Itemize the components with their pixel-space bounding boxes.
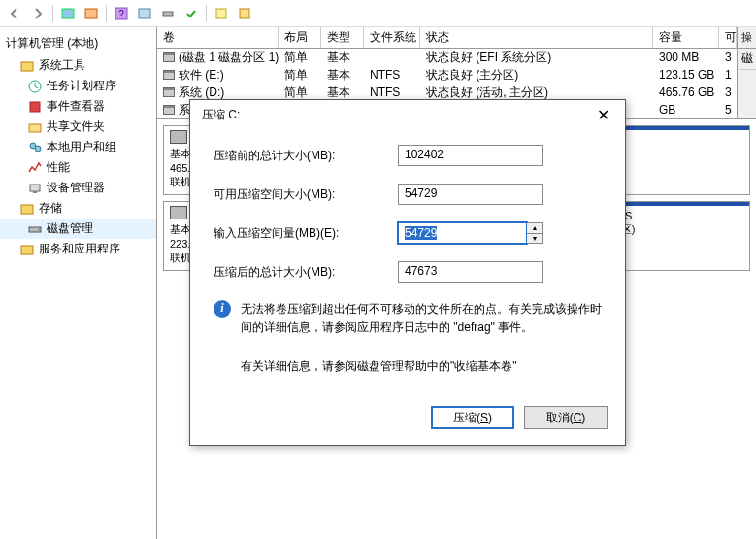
volume-icon [163,105,175,115]
label: 服务和应用程序 [39,241,120,257]
vol-type: 基本 [321,67,364,84]
svg-rect-14 [30,185,40,191]
label: 系统工具 [39,57,85,74]
tb-btn-5[interactable] [181,3,202,24]
vol-fs: NTFS [364,68,420,82]
tb-btn-4[interactable] [157,3,179,24]
vol-layout: 简单 [279,67,321,84]
tree-event-viewer[interactable]: 事件查看器 [0,96,156,117]
tb-fwd[interactable] [27,3,49,24]
shrink-amount-input[interactable] [398,222,527,244]
vol-name: (磁盘 1 磁盘分区 1) [179,50,279,66]
tree-task-scheduler[interactable]: 任务计划程序 [0,76,156,96]
svg-rect-15 [33,191,37,193]
col-layout[interactable]: 布局 [279,27,321,48]
tb-btn-1[interactable] [57,3,79,24]
vol-cap: 465.76 GB [653,85,719,99]
value-available: 54729 [398,184,543,205]
info-text: 无法将卷压缩到超出任何不可移动的文件所在的点。有关完成该操作时间的详细信息，请参… [241,300,602,337]
tree-disk-mgmt[interactable]: 磁盘管理 [0,219,156,239]
shrink-dialog: 压缩 C: ✕ 压缩前的总计大小(MB): 102402 可用压缩空间大小(MB… [189,99,626,446]
tree-system-tools[interactable]: 系统工具 [0,55,156,76]
tree-services[interactable]: 服务和应用程序 [0,239,156,259]
vol-cap: 300 MB [653,51,719,64]
volume-icon [163,87,175,97]
svg-rect-11 [29,124,41,132]
cancel-button[interactable]: 取消(C) [524,406,608,429]
vol-free: 1 [719,68,737,82]
vol-free: 3 [719,51,737,64]
tree-local-users[interactable]: 本地用户和组 [0,137,156,157]
toolbar: ? [0,0,756,27]
label-before: 压缩前的总计大小(MB): [214,148,398,164]
label-available: 可用压缩空间大小(MB): [214,186,398,203]
vol-fs: NTFS [364,85,420,99]
tb-btn-6[interactable] [211,3,232,24]
value-before: 102402 [398,145,543,166]
label: 共享文件夹 [47,118,105,135]
label: 任务计划程序 [47,78,116,94]
label: 事件查看器 [47,98,105,115]
col-filesystem[interactable]: 文件系统 [364,27,420,48]
vol-free: 5 [719,103,737,117]
tree-storage[interactable]: 存储 [0,198,156,219]
tb-btn-7[interactable] [234,3,255,24]
col-capacity[interactable]: 容量 [653,27,719,48]
svg-rect-6 [216,9,226,18]
spin-down[interactable]: ▼ [527,234,542,244]
svg-point-13 [35,146,41,152]
col-status[interactable]: 状态 [420,27,653,48]
value-after: 47673 [398,261,543,283]
col-volume[interactable]: 卷 [157,27,279,48]
vol-name: 系统 (D:) [179,84,224,101]
tb-btn-2[interactable] [81,3,102,24]
dialog-title: 压缩 C: [202,107,240,123]
svg-rect-5 [163,12,173,16]
vol-type: 基本 [321,84,364,101]
label: 本地用户和组 [47,139,116,155]
tb-back[interactable] [4,3,25,24]
actions-header: 操 [738,27,756,49]
label: 存储 [39,200,62,217]
actions-item[interactable]: 磁 [738,49,756,70]
volume-row[interactable]: 软件 (E:)简单基本NTFS状态良好 (主分区)123.15 GB1 [157,66,737,84]
help-link-text: 有关详细信息，请参阅磁盘管理帮助中的"收缩基本卷" [214,358,602,375]
volume-list-header: 卷 布局 类型 文件系统 状态 容量 可 [157,27,737,49]
shrink-button[interactable]: 压缩(S) [431,406,514,429]
label-enter: 输入压缩空间量(MB)(E): [214,225,398,242]
actions-pane: 操 磁 [737,27,756,118]
label: 设备管理器 [47,180,105,196]
svg-rect-19 [21,246,33,254]
volume-row[interactable]: (磁盘 1 磁盘分区 1)简单基本状态良好 (EFI 系统分区)300 MB3 [157,49,737,66]
vol-status: 状态良好 (活动, 主分区) [420,84,653,101]
close-button[interactable]: ✕ [588,103,617,126]
svg-rect-1 [85,9,97,18]
tb-help[interactable]: ? [111,3,132,24]
info-icon: i [214,300,231,318]
tree-shared-folders[interactable]: 共享文件夹 [0,117,156,137]
nav-tree: 计算机管理 (本地) 系统工具 任务计划程序 事件查看器 共享文件夹 本地用户和… [0,27,157,539]
tree-root[interactable]: 计算机管理 (本地) [0,31,156,55]
svg-rect-7 [240,9,249,18]
col-type[interactable]: 类型 [321,27,364,48]
tree-performance[interactable]: 性能 [0,157,156,178]
vol-status: 状态良好 (EFI 系统分区) [420,50,653,66]
dialog-titlebar: 压缩 C: ✕ [190,100,625,129]
volume-icon [163,52,175,62]
tb-btn-3[interactable] [134,3,155,24]
svg-rect-10 [30,102,40,112]
vol-cap: GB [653,103,719,117]
svg-text:?: ? [118,9,124,19]
col-free[interactable]: 可 [719,27,737,48]
vol-free: 3 [719,85,737,99]
vol-name: 软件 (E:) [179,67,224,84]
tree-device-mgr[interactable]: 设备管理器 [0,178,156,198]
svg-rect-16 [21,205,33,214]
vol-status: 状态良好 (主分区) [420,67,653,84]
spin-up[interactable]: ▲ [527,223,542,234]
vol-layout: 简单 [279,84,321,101]
vol-type: 基本 [321,50,364,66]
svg-rect-4 [139,9,150,18]
vol-layout: 简单 [279,50,321,66]
label-after: 压缩后的总计大小(MB): [214,264,398,281]
